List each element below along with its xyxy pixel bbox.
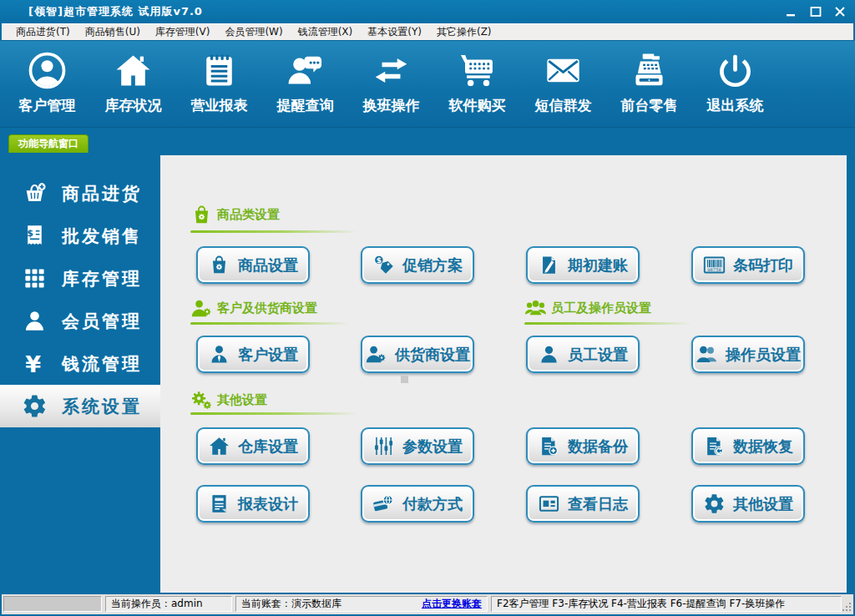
window-controls bbox=[785, 6, 847, 18]
two-people-icon bbox=[696, 343, 718, 366]
price-tag-dollar-icon: $ bbox=[372, 254, 395, 276]
minimize-icon[interactable] bbox=[785, 6, 798, 18]
sidebar-item-inventory[interactable]: 库存管理 bbox=[0, 257, 160, 300]
button-label: 员工设置 bbox=[568, 345, 628, 365]
envelope-icon bbox=[544, 51, 583, 90]
switch-account-link[interactable]: 点击更换账套 bbox=[422, 597, 482, 611]
data-restore-button[interactable]: 数据恢复 bbox=[691, 427, 805, 465]
data-backup-button[interactable]: 数据备份 bbox=[526, 427, 640, 465]
employee-settings-button[interactable]: 员工设置 bbox=[526, 336, 640, 373]
sidebar-item-cashflow[interactable]: ¥ 钱流管理 bbox=[0, 342, 160, 385]
user-circle-icon bbox=[28, 51, 67, 90]
basket-plus-icon bbox=[22, 180, 48, 206]
barcode-print-button[interactable]: 98758 条码打印 bbox=[691, 246, 805, 284]
initial-account-button[interactable]: 期初建账 bbox=[526, 246, 640, 284]
report-document-icon bbox=[208, 492, 230, 515]
section-title: 其他设置 bbox=[217, 392, 267, 408]
supplier-settings-button[interactable]: 供货商设置 bbox=[361, 336, 474, 373]
titlebar: [领智]超市管理系统 试用版v7.0 bbox=[0, 0, 855, 23]
section-header-employees-operators: 员工及操作员设置 bbox=[524, 297, 651, 320]
toolbar-business-report[interactable]: 营业报表 bbox=[176, 51, 262, 127]
button-label: 报表设计 bbox=[238, 494, 298, 514]
sidebar-item-membership[interactable]: 会员管理 bbox=[0, 300, 160, 342]
toolbar-shift-change[interactable]: 换班操作 bbox=[348, 51, 434, 127]
shopping-bag-gear-icon bbox=[190, 204, 213, 226]
button-label: 其他设置 bbox=[733, 494, 793, 514]
home-icon bbox=[208, 435, 230, 457]
section-title: 员工及操作员设置 bbox=[551, 300, 651, 316]
promotion-plan-button[interactable]: $ 促销方案 bbox=[361, 246, 474, 284]
toolbar-reminder-query[interactable]: 提醒查询 bbox=[262, 51, 348, 127]
toolbar-customer-mgmt[interactable]: 客户管理 bbox=[4, 51, 90, 127]
menu-item-other-ops[interactable]: 其它操作(Z) bbox=[429, 25, 499, 39]
customer-settings-button[interactable]: 客户设置 bbox=[196, 336, 310, 373]
button-label: 数据备份 bbox=[568, 437, 628, 457]
toolbar-label: 退出系统 bbox=[707, 96, 764, 115]
resize-grip[interactable] bbox=[842, 602, 852, 612]
toolbar-label: 提醒查询 bbox=[277, 96, 334, 115]
cash-register-icon bbox=[630, 51, 669, 90]
toolbar-software-purchase[interactable]: 软件购买 bbox=[434, 51, 520, 127]
menu-item-purchase[interactable]: 商品进货(T) bbox=[8, 25, 78, 39]
button-label: 查看日志 bbox=[568, 494, 628, 514]
toolbar-pos-retail[interactable]: 前台零售 bbox=[606, 51, 692, 127]
menu-item-basic-settings[interactable]: 基本设置(Y) bbox=[360, 25, 429, 39]
sidebar-item-purchase[interactable]: 商品进货 bbox=[0, 172, 160, 215]
toolbar-sms-broadcast[interactable]: 短信群发 bbox=[520, 51, 606, 127]
svg-text:$: $ bbox=[27, 228, 37, 239]
maximize-icon[interactable] bbox=[809, 6, 822, 18]
sidebar-item-label: 批发销售 bbox=[62, 225, 142, 248]
person-icon bbox=[22, 308, 48, 334]
gear-icon bbox=[703, 492, 726, 515]
section-underline bbox=[524, 322, 691, 325]
product-settings-button[interactable]: 商品设置 bbox=[196, 246, 310, 284]
person-chat-icon bbox=[286, 51, 325, 90]
people-group-icon bbox=[524, 297, 547, 320]
sliders-icon bbox=[372, 435, 395, 457]
sidebar-item-wholesale[interactable]: $ 批发销售 bbox=[0, 215, 160, 257]
operator-settings-button[interactable]: 操作员设置 bbox=[691, 336, 805, 373]
credit-card-globe-icon bbox=[372, 492, 395, 515]
other-settings-button[interactable]: 其他设置 bbox=[691, 485, 805, 523]
sidebar-item-system-settings[interactable]: 系统设置 bbox=[0, 385, 160, 427]
person-tie-icon bbox=[208, 343, 230, 366]
toolbar-label: 客户管理 bbox=[19, 96, 76, 115]
menu-item-sales[interactable]: 商品销售(U) bbox=[78, 25, 148, 39]
button-label: 条码打印 bbox=[733, 255, 793, 275]
warehouse-settings-button[interactable]: 仓库设置 bbox=[196, 427, 310, 465]
payment-method-button[interactable]: 付款方式 bbox=[361, 485, 474, 523]
receipt-dollar-icon: $ bbox=[22, 223, 48, 249]
document-plus-icon bbox=[538, 435, 560, 457]
main-panel: 商品类设置 商品设置 $ 促销方案 期初建账 98758 条码打印 客户及供货商… bbox=[160, 155, 847, 593]
toolbar-inventory-status[interactable]: 库存状况 bbox=[90, 51, 176, 127]
barcode-icon: 98758 bbox=[703, 254, 726, 276]
button-label: 期初建账 bbox=[568, 255, 628, 275]
toolbar-label: 营业报表 bbox=[191, 96, 248, 115]
button-label: 商品设置 bbox=[238, 255, 298, 275]
power-icon bbox=[716, 51, 755, 90]
svg-text:98758: 98758 bbox=[707, 267, 721, 272]
view-log-button[interactable]: 查看日志 bbox=[526, 485, 640, 523]
menu-item-cashflow[interactable]: 钱流管理(X) bbox=[291, 25, 361, 39]
menu-item-membership[interactable]: 会员管理(W) bbox=[217, 25, 290, 39]
menubar: 商品进货(T) 商品销售(U) 库存管理(V) 会员管理(W) 钱流管理(X) … bbox=[2, 23, 853, 41]
person-gear-icon bbox=[365, 343, 387, 366]
function-nav-tab[interactable]: 功能导航窗口 bbox=[8, 134, 89, 153]
status-hotkeys: F2客户管理 F3-库存状况 F4-营业报表 F6-提醒查询 F7-换班操作 bbox=[491, 596, 842, 612]
svg-text:$: $ bbox=[377, 256, 382, 265]
home-icon bbox=[114, 51, 153, 90]
section-underline bbox=[190, 230, 357, 233]
menu-item-inventory[interactable]: 库存管理(V) bbox=[148, 25, 218, 39]
shopping-bag-gear-icon bbox=[208, 254, 230, 276]
document-pen-icon bbox=[538, 254, 560, 276]
section-underline bbox=[190, 322, 349, 325]
person-icon bbox=[538, 343, 560, 366]
report-design-button[interactable]: 报表设计 bbox=[196, 485, 310, 523]
sidebar-item-label: 系统设置 bbox=[62, 395, 142, 418]
close-icon[interactable] bbox=[833, 6, 847, 18]
section-header-other: 其他设置 bbox=[190, 389, 267, 412]
toolbar-label: 库存状况 bbox=[105, 96, 162, 115]
parameter-settings-button[interactable]: 参数设置 bbox=[361, 427, 474, 465]
toolbar-exit-system[interactable]: 退出系统 bbox=[692, 51, 778, 127]
status-account-panel: 当前账套：演示数据库 点击更换账套 bbox=[235, 596, 488, 612]
